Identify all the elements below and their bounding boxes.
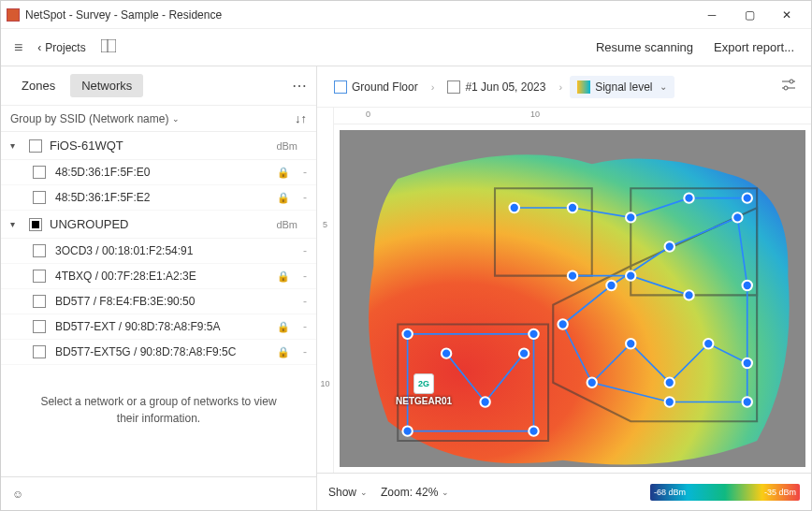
floor-icon xyxy=(334,80,347,94)
chevron-right-icon: › xyxy=(557,81,564,93)
network-checkbox[interactable] xyxy=(33,270,46,283)
network-label: BD5T7 / F8:E4:FB:3E:90:50 xyxy=(55,295,277,308)
zoom-dropdown[interactable]: Zoom: 42% ⌄ xyxy=(381,486,449,499)
projects-label: Projects xyxy=(45,41,85,54)
network-label: BD5T7-EXT / 90:8D:78:A8:F9:5A xyxy=(55,320,277,333)
svg-rect-0 xyxy=(101,39,116,52)
network-value: - xyxy=(296,166,307,179)
network-row[interactable]: BD5T7-EXT / 90:8D:78:A8:F9:5A 🔒 - xyxy=(1,314,316,340)
network-row[interactable]: 48:5D:36:1F:5F:E2 🔒 - xyxy=(1,185,316,211)
window-title: NetSpot - Survey - Sample - Residence xyxy=(25,8,693,22)
legend-min: -68 dBm xyxy=(654,488,686,497)
group-unit: dBm xyxy=(276,219,297,230)
signal-legend: -68 dBm -35 dBm xyxy=(650,484,800,501)
breadcrumb-bar: Ground Floor › #1 Jun 05, 2023 › Signal … xyxy=(317,66,811,108)
access-point-marker[interactable]: 2G NETGEAR01 xyxy=(396,373,452,406)
svg-point-9 xyxy=(402,426,412,435)
group-unit: dBm xyxy=(276,140,297,152)
network-value: - xyxy=(296,244,307,257)
svg-point-30 xyxy=(684,290,693,299)
svg-point-8 xyxy=(402,329,412,339)
lock-icon: 🔒 xyxy=(277,346,296,358)
svg-point-26 xyxy=(684,193,693,202)
network-checkbox[interactable] xyxy=(33,191,46,204)
svg-point-13 xyxy=(480,397,489,406)
maximize-button[interactable]: ▢ xyxy=(731,1,768,29)
show-dropdown[interactable]: Show ⌄ xyxy=(328,486,368,499)
network-row[interactable]: BD5T7-EXT5G / 90:8D:78:A8:F9:5C 🔒 - xyxy=(1,340,316,365)
tab-networks[interactable]: Networks xyxy=(70,74,143,97)
heatmap-svg xyxy=(340,130,805,467)
svg-point-27 xyxy=(743,193,752,202)
group-by-dropdown[interactable]: Group by SSID (Network name) ⌄ ↓↑ xyxy=(1,106,316,132)
sidebar-more-button[interactable]: ⋯ xyxy=(292,77,307,95)
svg-point-33 xyxy=(703,339,713,348)
sidebar-footer: ☺ xyxy=(1,476,316,510)
network-label: 4TBXQ / 00:7F:28:E1:A2:3E xyxy=(55,270,277,283)
network-checkbox[interactable] xyxy=(33,244,46,257)
sort-toggle-button[interactable]: ↓↑ xyxy=(295,111,307,125)
network-checkbox[interactable] xyxy=(33,320,46,333)
app-window: NetSpot - Survey - Sample - Residence ─ … xyxy=(0,0,812,511)
breadcrumb-snapshot[interactable]: #1 Jun 05, 2023 xyxy=(442,77,551,97)
network-group-row[interactable]: ▾ UNGROUPED dBm xyxy=(1,211,316,239)
network-row[interactable]: BD5T7 / F8:E4:FB:3E:90:50 - xyxy=(1,289,316,314)
chevron-down-icon: ⌄ xyxy=(360,488,368,497)
chevron-down-icon: ⌄ xyxy=(660,81,667,92)
menu-button[interactable]: ≡ xyxy=(10,37,26,58)
status-icon[interactable]: ☺ xyxy=(12,488,23,501)
projects-back-button[interactable]: ‹ Projects xyxy=(32,39,91,56)
titlebar: NetSpot - Survey - Sample - Residence ─ … xyxy=(1,1,811,29)
visualization-settings-button[interactable] xyxy=(777,75,800,98)
svg-point-34 xyxy=(743,358,752,368)
close-button[interactable]: ✕ xyxy=(768,1,805,29)
network-list[interactable]: ▾ FiOS-61WQT dBm 48:5D:36:1F:5F:E0 🔒 - 4… xyxy=(1,132,316,476)
metric-label: Signal level xyxy=(595,80,652,94)
wifi-icon: 2G xyxy=(413,373,434,394)
svg-point-25 xyxy=(626,212,635,222)
group-checkbox[interactable] xyxy=(29,218,42,231)
network-label: BD5T7-EXT5G / 90:8D:78:A8:F9:5C xyxy=(55,345,277,358)
lock-icon: 🔒 xyxy=(277,167,296,179)
chevron-down-icon: ⌄ xyxy=(442,488,449,497)
network-value: - xyxy=(296,320,307,333)
network-row[interactable]: 48:5D:36:1F:5F:E0 🔒 - xyxy=(1,160,316,185)
lock-icon: 🔒 xyxy=(277,270,296,283)
layout-toggle-button[interactable] xyxy=(97,37,120,57)
calendar-icon xyxy=(447,80,460,94)
lock-icon: 🔒 xyxy=(277,321,296,333)
network-group-row[interactable]: ▾ FiOS-61WQT dBm xyxy=(1,132,316,160)
svg-point-23 xyxy=(510,203,519,212)
network-value: - xyxy=(296,295,307,308)
ruler-tick: 10 xyxy=(317,379,333,388)
svg-point-21 xyxy=(665,397,674,406)
group-checkbox[interactable] xyxy=(29,139,42,153)
svg-rect-2 xyxy=(577,80,590,94)
network-value: - xyxy=(296,270,307,283)
chevron-right-icon: › xyxy=(429,81,437,93)
caret-down-icon: ▾ xyxy=(10,140,22,151)
sliders-icon xyxy=(781,79,796,92)
network-checkbox[interactable] xyxy=(33,166,46,179)
export-report-button[interactable]: Export report... xyxy=(706,36,802,58)
network-checkbox[interactable] xyxy=(33,345,46,358)
network-row[interactable]: 3OCD3 / 00:18:01:F2:54:91 - xyxy=(1,239,316,264)
group-name: UNGROUPED xyxy=(50,217,276,231)
zoom-label: Zoom: 42% xyxy=(381,486,438,499)
heatmap-canvas[interactable]: 2G NETGEAR01 xyxy=(340,130,805,467)
svg-point-17 xyxy=(665,241,674,251)
ruler-horizontal: 0 10 xyxy=(334,108,811,124)
svg-point-15 xyxy=(558,319,567,328)
network-checkbox[interactable] xyxy=(33,295,46,308)
network-row[interactable]: 4TBXQ / 00:7F:28:E1:A2:3E 🔒 - xyxy=(1,264,316,289)
network-label: 3OCD3 / 00:18:01:F2:54:91 xyxy=(55,244,277,257)
svg-point-24 xyxy=(568,203,577,212)
breadcrumb-floor[interactable]: Ground Floor xyxy=(328,77,424,97)
tab-zones[interactable]: Zones xyxy=(10,74,66,97)
resume-scanning-button[interactable]: Resume scanning xyxy=(588,36,701,58)
breadcrumb-snapshot-label: #1 Jun 05, 2023 xyxy=(465,80,545,94)
ruler-tick: 0 xyxy=(366,110,370,119)
caret-down-icon: ▾ xyxy=(10,219,22,229)
metric-selector[interactable]: Signal level ⌄ xyxy=(570,76,674,98)
minimize-button[interactable]: ─ xyxy=(693,1,731,29)
